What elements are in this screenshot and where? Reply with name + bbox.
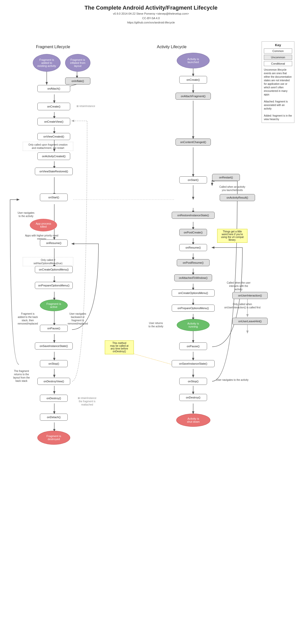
- fragment-onViewCreated: onViewCreated(): [37, 133, 70, 140]
- activity-running: Activity is running: [177, 319, 210, 331]
- activity-user-returns: User returns to the activity: [141, 321, 170, 328]
- activity-onRestoreInstanceState: onRestoreInstanceState(): [172, 212, 215, 219]
- note-user-navigates-backward: User navigates backward or fragment is r…: [63, 312, 93, 325]
- fragment-start2: Fragment is inflated from layout: [65, 54, 90, 72]
- activity-onUserLeaveHint: onUserLeaveHint(): [232, 318, 268, 325]
- note-fragment-returns: The fragment returns to the layout from …: [8, 369, 35, 383]
- key-uncommon: Uncommon: [264, 55, 292, 60]
- note-fragment-added: Fragment is added to the back stack, the…: [13, 312, 43, 325]
- fragment-onStop: onStop(): [40, 360, 68, 367]
- activity-called-when: Called when an activity you launched exi…: [215, 185, 250, 192]
- page-subtitle: v0.9.0 2014-04-22 Steve Pomeroy <stevep@…: [0, 12, 302, 28]
- fragment-onDetach: onDetach(): [40, 414, 68, 421]
- fragment-onDestroyView: onDestroyView(): [37, 378, 70, 385]
- activity-onActivityResult: onActivityResult(): [220, 194, 255, 201]
- fragment-onPause: onPause(): [40, 325, 68, 332]
- retain-instance-1: ⊠ retainInstance: [72, 104, 100, 108]
- fragment-onAttach: onAttach(): [37, 85, 70, 92]
- fragment-onViewStateRestored: onViewStateRestored(): [35, 168, 73, 175]
- fragment-onPrepareOptionsMenu: onPrepareOptionsMenu(): [35, 282, 73, 289]
- activity-onPostResume: onPostResume(): [177, 259, 210, 266]
- activity-onDestroy: onDestroy(): [179, 394, 207, 401]
- activity-onCreateOptionsMenu: onCreateOptionsMenu(): [172, 289, 215, 297]
- activity-onRestart: onRestart(): [212, 174, 240, 181]
- activity-called-when-user: Called when the user interacts with the …: [222, 281, 255, 291]
- key-common: Common: [264, 48, 292, 53]
- key-conditional: Conditional: [264, 61, 292, 66]
- activity-only-called-when: Only called when onUserInteraction() is …: [222, 303, 263, 309]
- key-box: Key Common Uncommon Conditional Uncommon…: [262, 41, 294, 123]
- activity-onAttachFragment: onAttachFragment(): [175, 93, 211, 100]
- activity-lifecycle-header: Activity Lifecycle: [134, 45, 210, 49]
- key-note: Uncommon lifecycle events are ones that …: [264, 68, 292, 121]
- fragment-onCreate: onCreate(): [37, 103, 70, 110]
- fragment-onCreateView: onCreateView(): [37, 118, 70, 125]
- activity-shut-down: Activity is shut down: [176, 414, 210, 427]
- page-title: The Complete Android Activity/Fragment L…: [0, 0, 302, 12]
- activity-onPrepareOptionsMenu: onPrepareOptionsMenu(): [172, 305, 215, 312]
- diagram-area: Fragment Lifecycle Activity Lifecycle Ke…: [0, 28, 302, 644]
- activity-onPostCreate: onPostCreate(): [179, 229, 207, 236]
- note-only-called-upon: Only called upon fragment creation and r…: [23, 142, 73, 151]
- activity-onAttachedToWindow: onAttachedToWindow(): [174, 274, 212, 281]
- fragment-onInflate: onInflate(): [65, 77, 90, 85]
- fragment-lifecycle-header: Fragment Lifecycle: [15, 45, 91, 49]
- fragment-user-navigates: User navigates to the activity: [12, 211, 40, 218]
- activity-user-navigates-stop: User navigates to the activity: [216, 378, 249, 382]
- fragment-destroyed: Fragment is destroyed: [37, 431, 70, 445]
- fragment-onStart: onStart(): [40, 194, 68, 201]
- activity-onUserInteraction: onUserInteraction(): [232, 292, 268, 299]
- fragment-active: Fragment is active: [40, 300, 68, 311]
- fragment-onSaveInstanceState: onSaveInstanceState(): [35, 342, 73, 350]
- activity-onContentChanged: onContentChanged(): [175, 139, 211, 146]
- fragment-start1: Fragment is added to existing activity: [33, 54, 61, 72]
- activity-things-weird: Things get a little weird here if you're…: [217, 229, 247, 243]
- app-process-killed: App process killed: [30, 219, 57, 231]
- fragment-onResume: onResume(): [40, 239, 68, 247]
- activity-onResume: onResume(): [179, 244, 207, 251]
- activity-onStart: onStart(): [179, 176, 207, 183]
- activity-this-method-note: This method may be called at any time be…: [105, 340, 134, 354]
- activity-onCreate: onCreate(): [179, 76, 207, 84]
- key-title: Key: [264, 43, 292, 47]
- activity-onPause: onPause(): [179, 342, 207, 350]
- activity-onSaveInstanceState: onSaveInstanceState(): [172, 360, 215, 367]
- fragment-onDestroy: onDestroy(): [40, 395, 68, 402]
- fragment-onCreateOptionsMenu: onCreateOptionsMenu(): [35, 266, 73, 273]
- activity-onStop: onStop(): [179, 378, 207, 385]
- note-only-called-if: Only called if setHasOptionsMenu(true): [23, 257, 73, 266]
- retain-instance-2: ⊠ retainInstance the fragment is reattac…: [72, 396, 102, 406]
- activity-launched: Activity is launched: [177, 53, 210, 68]
- fragment-onActivityCreated: onActivityCreated(): [37, 152, 70, 160]
